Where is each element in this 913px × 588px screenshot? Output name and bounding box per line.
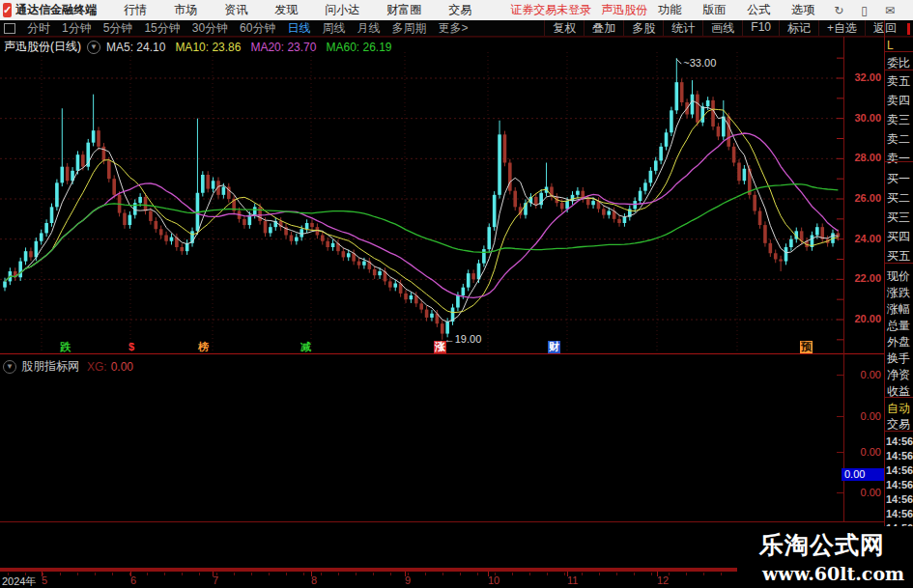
month-label: 8 xyxy=(311,574,317,586)
period-tab-1分钟[interactable]: 1分钟 xyxy=(56,21,98,35)
menu-item-行情[interactable]: 行情 xyxy=(110,3,160,16)
event-marker[interactable]: 涨 xyxy=(434,341,446,353)
minor-tick xyxy=(599,573,600,575)
quote-separator xyxy=(885,161,913,162)
minor-tick xyxy=(356,573,357,575)
period-tab-日线[interactable]: 日线 xyxy=(281,21,316,35)
indicator-header: ▼ 股朋指标网 XG: 0.00 xyxy=(3,358,133,375)
event-marker[interactable]: $ xyxy=(128,341,135,353)
watermark-site-url: www.60lt.com xyxy=(762,563,904,584)
period-tab-分时[interactable]: 分时 xyxy=(21,21,56,35)
menu-item-选项[interactable]: 选项 xyxy=(781,2,825,18)
action-button-叠加[interactable]: 叠加 xyxy=(584,20,623,37)
user-label[interactable]: 游客 xyxy=(903,2,913,18)
ma-value: MA60: 26.19 xyxy=(326,41,391,54)
chart-indicator-divider xyxy=(0,353,885,354)
indicator-axis-label: 0.00 xyxy=(844,446,881,458)
period-tab-多周期[interactable]: 多周期 xyxy=(385,21,432,35)
svg-text:~33.00: ~33.00 xyxy=(683,57,716,69)
month-label: 5 xyxy=(42,574,47,586)
period-tab-周线[interactable]: 周线 xyxy=(316,21,351,35)
action-button-画线[interactable]: 画线 xyxy=(702,20,742,37)
period-tab-5分钟[interactable]: 5分钟 xyxy=(98,21,139,35)
ma-value: MA20: 23.70 xyxy=(250,41,316,54)
minor-tick xyxy=(269,573,270,575)
quote-row-卖二: 卖二 xyxy=(887,131,910,148)
minor-tick xyxy=(512,573,513,575)
minor-tick xyxy=(651,573,652,575)
minor-tick xyxy=(60,573,61,575)
menu-item-版面[interactable]: 版面 xyxy=(692,2,736,18)
month-label: 6 xyxy=(130,574,136,586)
menu-item-发现[interactable]: 发现 xyxy=(261,3,311,16)
app-logo-icon: ✓ xyxy=(3,3,12,17)
minor-tick xyxy=(634,573,635,575)
minor-tick xyxy=(390,573,391,575)
minor-tick xyxy=(182,573,183,575)
month-label: 12 xyxy=(657,574,669,586)
period-tab-30分钟[interactable]: 30分钟 xyxy=(186,21,234,35)
tick-time: 14:56 xyxy=(886,479,913,490)
chevron-down-icon[interactable]: ▼ xyxy=(87,41,100,54)
minor-tick xyxy=(721,573,722,575)
period-tab-更多>[interactable]: 更多> xyxy=(432,21,473,35)
menu-item-交易[interactable]: 交易 xyxy=(435,3,485,16)
action-button-统计[interactable]: 统计 xyxy=(663,20,702,37)
minor-tick xyxy=(703,573,704,575)
mobile-icon[interactable]: ▯ xyxy=(852,4,876,17)
indicator-axis-label: 0.00 xyxy=(844,410,881,422)
period-tab-15分钟[interactable]: 15分钟 xyxy=(138,21,185,35)
tick-time: 14:56 xyxy=(886,464,913,476)
minor-tick xyxy=(425,573,426,575)
month-label: 7 xyxy=(213,574,218,586)
event-marker[interactable]: 预 xyxy=(800,341,813,353)
current-stock-name[interactable]: 声迅股份 xyxy=(601,2,647,18)
tick-time: 14:56 xyxy=(886,522,913,526)
period-tab-月线[interactable]: 月线 xyxy=(351,21,385,35)
quote-row-买二: 买二 xyxy=(887,190,910,207)
event-marker[interactable]: 减 xyxy=(300,341,312,353)
horizontal-scrollbar[interactable] xyxy=(0,568,737,572)
candlestick-chart[interactable]: ~33.00←19.00 xyxy=(0,37,844,354)
quote-row-卖五: 卖五 xyxy=(887,73,910,90)
quote-row-换手: 换手 xyxy=(887,350,910,367)
watermark-site-name: 乐淘公式网 xyxy=(759,529,885,561)
minor-tick xyxy=(373,573,374,575)
period-tab-60分钟[interactable]: 60分钟 xyxy=(234,21,281,35)
quote-row-外盘: 外盘 xyxy=(887,334,910,350)
menu-item-功能[interactable]: 功能 xyxy=(647,2,692,18)
minor-tick xyxy=(338,573,339,575)
menu-item-公式[interactable]: 公式 xyxy=(736,2,781,18)
quote-row-净资: 净资 xyxy=(887,367,910,383)
menu-item-市场[interactable]: 市场 xyxy=(160,3,211,16)
action-button-+自选[interactable]: +自选 xyxy=(818,20,865,37)
action-button-多股[interactable]: 多股 xyxy=(623,20,663,37)
quote-row-涨幅: 涨幅 xyxy=(887,301,910,318)
minor-tick xyxy=(199,573,200,575)
layout-icon[interactable] xyxy=(4,23,15,34)
quote-row-现价: 现价 xyxy=(887,268,910,285)
chevron-down-icon[interactable]: ▼ xyxy=(3,360,16,374)
mail-icon[interactable]: ✉ xyxy=(876,4,903,17)
quote-row-卖三: 卖三 xyxy=(887,112,910,128)
refresh-icon[interactable]: ↻ xyxy=(825,4,852,17)
menu-item-问小达[interactable]: 问小达 xyxy=(311,3,373,16)
action-button-F10[interactable]: F10 xyxy=(742,20,779,37)
event-marker[interactable]: 榜 xyxy=(197,341,210,353)
minor-tick xyxy=(234,573,235,575)
chart-header: 声迅股份(日线) ▼ MA5: 24.10MA10: 23.86MA20: 23… xyxy=(4,39,402,55)
minor-tick xyxy=(321,573,322,575)
quote-row-总量: 总量 xyxy=(887,318,910,334)
menu-item-财富圈[interactable]: 财富圈 xyxy=(373,3,435,16)
event-marker[interactable]: 财 xyxy=(548,341,560,353)
event-marker[interactable]: 跌 xyxy=(59,341,71,353)
action-button-复权[interactable]: 复权 xyxy=(544,20,584,37)
minor-tick xyxy=(112,573,113,575)
indicator-name[interactable]: 股朋指标网 xyxy=(21,358,79,375)
top-menu-items: 行情市场资讯发现问小达财富圈交易 xyxy=(110,2,485,18)
menu-item-资讯[interactable]: 资讯 xyxy=(211,3,261,16)
login-status[interactable]: 证券交易未登录 xyxy=(510,2,591,18)
quote-separator xyxy=(885,51,913,52)
minor-tick xyxy=(460,573,461,575)
action-button-标记[interactable]: 标记 xyxy=(779,20,818,37)
